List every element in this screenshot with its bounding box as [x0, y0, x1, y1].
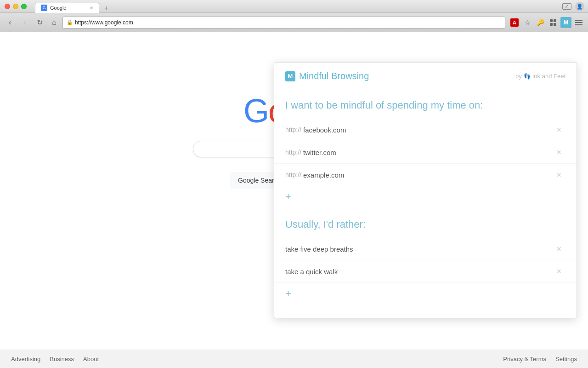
- popup-header: M Mindful Browsing by 👣 Ink and Feet: [274, 63, 577, 88]
- list-item: http:// example.com ✕: [274, 164, 577, 186]
- add-site-plus-icon: +: [285, 192, 291, 202]
- url-text: https://www.google.com: [75, 19, 501, 26]
- url-prefix-2: http://: [285, 149, 301, 156]
- google-footer: Advertising Business About Privacy & Ter…: [0, 350, 588, 368]
- mindful-sites-section: I want to be mindful of spending my time…: [274, 88, 577, 207]
- list-item: take five deep breaths ✕: [274, 238, 577, 260]
- tab-bar: G Google ✕ +: [31, 0, 115, 13]
- user-avatar[interactable]: 👤: [575, 2, 584, 11]
- maximize-button[interactable]: [21, 4, 27, 9]
- remove-alt-2-button[interactable]: ✕: [553, 266, 565, 277]
- google-letter-g: G: [243, 92, 268, 129]
- key-icon[interactable]: 🔑: [535, 17, 546, 28]
- remove-site-1-button[interactable]: ✕: [553, 124, 565, 135]
- popup-by-text: by: [515, 73, 522, 80]
- section1-title: I want to be mindful of spending my time…: [274, 88, 577, 119]
- footer-privacy-link[interactable]: Privacy & Terms: [503, 356, 546, 362]
- section2-title: Usually, I'd rather:: [274, 207, 577, 238]
- mindful-popup: M Mindful Browsing by 👣 Ink and Feet I w…: [274, 62, 577, 318]
- popup-title: Mindful Browsing: [299, 71, 369, 81]
- popup-brand: Ink and Feet: [532, 73, 565, 80]
- footer-settings-link[interactable]: Settings: [555, 356, 577, 362]
- footer-advertising-link[interactable]: Advertising: [11, 356, 40, 362]
- svg-rect-5: [554, 23, 556, 26]
- popup-by-line: by 👣 Ink and Feet: [515, 73, 565, 80]
- footer-left: Advertising Business About: [11, 356, 99, 362]
- mindful-site-2: twitter.com: [303, 149, 553, 156]
- adobe-icon[interactable]: A: [509, 17, 520, 28]
- remove-site-3-button[interactable]: ✕: [553, 169, 565, 180]
- popup-logo: M Mindful Browsing: [285, 71, 369, 81]
- extension-icon[interactable]: [548, 17, 559, 28]
- add-alternative-button[interactable]: +: [274, 283, 577, 304]
- close-button[interactable]: [5, 4, 10, 9]
- new-tab-button[interactable]: +: [101, 3, 111, 13]
- refresh-button[interactable]: ↻: [33, 16, 46, 29]
- browser-content: Google Google Search I'm Feeling Lucky A…: [0, 32, 588, 368]
- list-item: take a quick walk ✕: [274, 260, 577, 283]
- url-prefix-3: http://: [285, 171, 301, 178]
- browser-chrome: G Google ✕ + ⤢ 👤 ‹ › ↻ ⌂ 🔒 https://www.g…: [0, 0, 588, 32]
- tab-title: Google: [50, 5, 66, 11]
- add-alt-plus-icon: +: [285, 288, 291, 299]
- add-site-button[interactable]: +: [274, 186, 577, 207]
- tab-close-button[interactable]: ✕: [90, 6, 93, 11]
- remove-site-2-button[interactable]: ✕: [553, 147, 565, 158]
- address-bar[interactable]: 🔒 https://www.google.com: [62, 17, 505, 29]
- bookmark-icon[interactable]: ☆: [522, 17, 533, 28]
- back-button[interactable]: ‹: [4, 16, 17, 29]
- svg-rect-2: [550, 19, 553, 22]
- title-bar: G Google ✕ + ⤢ 👤: [0, 0, 588, 13]
- svg-rect-8: [575, 24, 582, 25]
- browser-tab[interactable]: G Google ✕: [35, 3, 99, 13]
- footer-right: Privacy & Terms Settings: [503, 356, 577, 362]
- traffic-lights: [5, 4, 27, 9]
- list-item: http:// twitter.com ✕: [274, 141, 577, 164]
- forward-button[interactable]: ›: [18, 16, 31, 29]
- mindful-site-3: example.com: [303, 171, 553, 179]
- toolbar: ‹ › ↻ ⌂ 🔒 https://www.google.com A ☆ 🔑: [0, 13, 588, 32]
- minimize-button[interactable]: [13, 4, 18, 9]
- mindful-toolbar-icon[interactable]: M: [560, 17, 571, 28]
- popup-logo-icon: M: [285, 71, 295, 81]
- mindful-site-1: facebook.com: [303, 126, 553, 134]
- svg-rect-4: [550, 23, 553, 26]
- window-controls: ⤢ 👤: [562, 1, 584, 12]
- svg-text:A: A: [513, 20, 516, 25]
- alternative-1: take five deep breaths: [285, 245, 553, 253]
- alternatives-section: Usually, I'd rather: take five deep brea…: [274, 207, 577, 304]
- tab-favicon: G: [41, 5, 47, 11]
- svg-rect-7: [575, 22, 582, 23]
- fullscreen-button[interactable]: ⤢: [562, 3, 571, 10]
- menu-icon[interactable]: [573, 17, 584, 28]
- remove-alt-1-button[interactable]: ✕: [553, 243, 565, 254]
- svg-rect-6: [575, 20, 582, 21]
- ink-feet-icon: 👣: [524, 73, 531, 80]
- url-prefix-1: http://: [285, 126, 301, 133]
- lock-icon: 🔒: [67, 19, 73, 25]
- footer-business-link[interactable]: Business: [50, 356, 74, 362]
- list-item: http:// facebook.com ✕: [274, 119, 577, 141]
- home-button[interactable]: ⌂: [48, 16, 61, 29]
- alternative-2: take a quick walk: [285, 268, 553, 276]
- footer-about-link[interactable]: About: [83, 356, 99, 362]
- toolbar-extension-icons: A ☆ 🔑 M: [509, 17, 584, 28]
- svg-rect-3: [554, 19, 556, 22]
